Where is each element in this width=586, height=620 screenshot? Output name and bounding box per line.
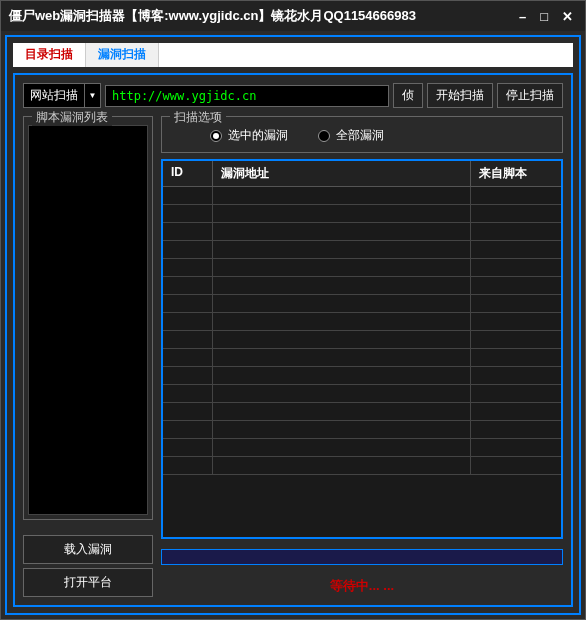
minimize-icon[interactable]: – xyxy=(519,9,526,24)
tab-body: 网站扫描 ▼ 侦 开始扫描 停止扫描 脚本漏洞列表 载入漏洞 打开平台 xyxy=(13,73,573,607)
script-list-title: 脚本漏洞列表 xyxy=(32,109,112,126)
radio-label: 全部漏洞 xyxy=(336,127,384,144)
load-vuln-button[interactable]: 载入漏洞 xyxy=(23,535,153,564)
left-panel: 脚本漏洞列表 载入漏洞 打开平台 xyxy=(23,116,153,597)
table-row xyxy=(163,331,561,349)
start-scan-button[interactable]: 开始扫描 xyxy=(427,83,493,108)
col-address[interactable]: 漏洞地址 xyxy=(213,161,471,186)
open-platform-button[interactable]: 打开平台 xyxy=(23,568,153,597)
table-row xyxy=(163,205,561,223)
chevron-down-icon[interactable]: ▼ xyxy=(85,83,101,108)
tab-vuln-scan[interactable]: 漏洞扫描 xyxy=(86,43,159,67)
right-panel: 扫描选项 选中的漏洞 全部漏洞 xyxy=(161,116,563,597)
script-list-group: 脚本漏洞列表 xyxy=(23,116,153,520)
left-buttons: 载入漏洞 打开平台 xyxy=(23,535,153,597)
titlebar: 僵尸web漏洞扫描器【博客:www.ygjidc.cn】镜花水月QQ115466… xyxy=(1,1,585,31)
url-input[interactable] xyxy=(105,85,389,107)
col-id[interactable]: ID xyxy=(163,161,213,186)
app-window: 僵尸web漏洞扫描器【博客:www.ygjidc.cn】镜花水月QQ115466… xyxy=(0,0,586,620)
scan-options-group: 扫描选项 选中的漏洞 全部漏洞 xyxy=(161,116,563,153)
table-header: ID 漏洞地址 来自脚本 xyxy=(163,161,561,187)
table-row xyxy=(163,259,561,277)
status-text: 等待中... ... xyxy=(161,571,563,597)
table-row xyxy=(163,277,561,295)
results-table: ID 漏洞地址 来自脚本 xyxy=(161,159,563,539)
radio-label: 选中的漏洞 xyxy=(228,127,288,144)
table-row xyxy=(163,349,561,367)
radio-icon xyxy=(210,130,222,142)
table-row xyxy=(163,421,561,439)
table-row xyxy=(163,367,561,385)
table-row xyxy=(163,439,561,457)
top-toolbar: 网站扫描 ▼ 侦 开始扫描 停止扫描 xyxy=(23,83,563,108)
close-icon[interactable]: ✕ xyxy=(562,9,573,24)
maximize-icon[interactable]: □ xyxy=(540,9,548,24)
progress-bar xyxy=(161,549,563,565)
scan-mode-select[interactable]: 网站扫描 ▼ xyxy=(23,83,101,108)
window-title: 僵尸web漏洞扫描器【博客:www.ygjidc.cn】镜花水月QQ115466… xyxy=(5,7,416,25)
table-row xyxy=(163,385,561,403)
detect-button[interactable]: 侦 xyxy=(393,83,423,108)
scan-mode-value: 网站扫描 xyxy=(23,83,85,108)
window-controls: – □ ✕ xyxy=(519,9,581,24)
table-row xyxy=(163,403,561,421)
stop-scan-button[interactable]: 停止扫描 xyxy=(497,83,563,108)
radio-all-vuln[interactable]: 全部漏洞 xyxy=(318,127,384,144)
scan-options-title: 扫描选项 xyxy=(170,109,226,126)
table-row xyxy=(163,313,561,331)
tab-bar: 目录扫描 漏洞扫描 xyxy=(13,43,573,67)
table-body[interactable] xyxy=(163,187,561,537)
main-area: 脚本漏洞列表 载入漏洞 打开平台 扫描选项 选中的漏 xyxy=(23,116,563,597)
table-row xyxy=(163,295,561,313)
table-row xyxy=(163,223,561,241)
client-area: 目录扫描 漏洞扫描 网站扫描 ▼ 侦 开始扫描 停止扫描 脚本漏洞列表 xyxy=(5,35,581,615)
col-from-script[interactable]: 来自脚本 xyxy=(471,161,561,186)
tab-directory-scan[interactable]: 目录扫描 xyxy=(13,43,86,67)
table-row xyxy=(163,241,561,259)
radio-selected-vuln[interactable]: 选中的漏洞 xyxy=(210,127,288,144)
script-list[interactable] xyxy=(28,125,148,515)
radio-group: 选中的漏洞 全部漏洞 xyxy=(170,127,554,144)
radio-icon xyxy=(318,130,330,142)
table-row xyxy=(163,457,561,475)
table-row xyxy=(163,187,561,205)
